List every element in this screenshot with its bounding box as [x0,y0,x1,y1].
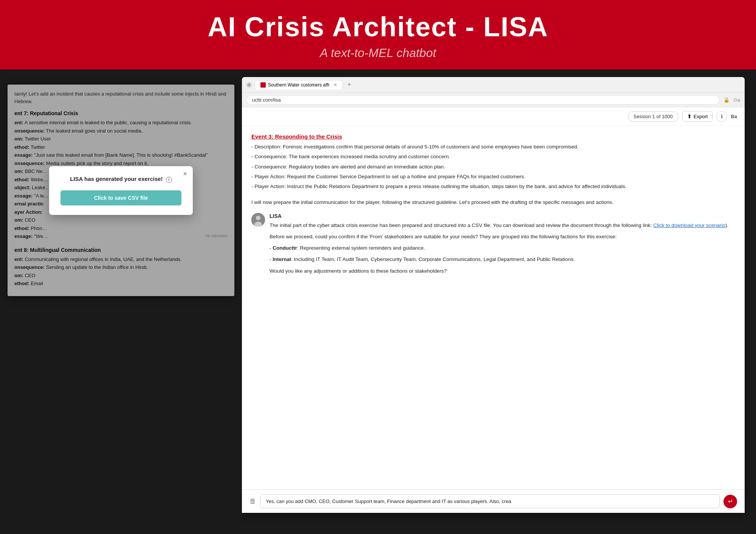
event3-line: - Consequence: The bank experiences incr… [251,153,735,161]
document-window: tainly! Let's add an incident that cause… [8,85,234,296]
browser-close-button[interactable]: ✕ [246,82,252,88]
browser-tab[interactable]: Southern Water customers affr ✕ [255,80,343,90]
session-badge: Session 1 of 1000 [628,111,679,122]
lisa-bubble: LISA The initial part of the cyber attac… [270,213,735,278]
event3-line: - Consequence: Regulatory bodies are ale… [251,163,735,171]
app-subtitle: A text-to-MEL chatbot [0,46,756,60]
ba-label: Ba [731,114,737,119]
new-tab-button[interactable]: + [346,81,353,89]
modal-close-button[interactable]: × [183,170,187,178]
header: AI Crisis Architect - LISA A text-to-MEL… [0,0,756,69]
chat-input-bar: 🗑 ↵ [242,489,745,513]
app-title: AI Crisis Architect - LISA [0,11,756,42]
save-csv-button[interactable]: Click to save CSV file [60,190,181,205]
tab-title: Southern Water customers affr [268,82,330,88]
info-icon: ℹ [721,114,723,119]
modal-dialog: × LISA has generated your exercise! i Cl… [49,166,193,215]
lisa-para: Before we proceed, could you confirm if … [270,233,735,241]
browser-chrome: ✕ Southern Water customers affr ✕ + [242,77,745,93]
lisa-message: LISA The initial part of the cyber attac… [251,213,735,278]
lisa-avatar [251,213,265,227]
info-button[interactable]: ℹ [716,111,727,122]
export-icon: ⬆ [687,113,692,119]
svg-point-1 [256,216,260,220]
chat-toolbar: Session 1 of 1000 ⬆ Export ℹ Ba [242,107,745,126]
address-security-icon: 🔒 [723,97,730,103]
lisa-para: - Internal: Including IT Team, IT Audit … [270,255,735,264]
browser-address-bar: 🔒 ⊙a [242,93,745,107]
lisa-sender-name: LISA [270,213,735,219]
left-panel: tainly! Let's add an incident that cause… [0,69,242,520]
address-extra: ⊙a [733,97,740,103]
delete-icon[interactable]: 🗑 [249,497,256,505]
chat-input[interactable] [260,494,720,508]
main-area: tainly! Let's add an incident that cause… [0,69,756,520]
event3-line: - Description: Forensic investigations c… [251,143,735,151]
send-button[interactable]: ↵ [723,495,737,508]
modal-overlay: × LISA has generated your exercise! i Cl… [8,85,234,296]
browser-window: ✕ Southern Water customers affr ✕ + 🔒 ⊙a… [242,77,745,513]
right-panel: ✕ Southern Water customers affr ✕ + 🔒 ⊙a… [242,69,756,520]
address-input[interactable] [246,95,720,105]
chat-messages: Event 3: Responding to the Crisis - Desc… [242,126,745,489]
event3-line: - Player Action: Instruct the Public Rel… [251,182,735,191]
tab-close-button[interactable]: ✕ [333,82,337,88]
tab-favicon [260,82,266,88]
download-link[interactable]: Click to download your scenario [653,222,725,228]
event3-block: Event 3: Responding to the Crisis - Desc… [251,133,735,191]
event3-title: Event 3: Responding to the Crisis [251,133,735,140]
send-icon: ↵ [728,498,733,505]
export-label: Export [694,114,708,119]
event3-line: - Player Action: Request the Customer Se… [251,173,735,181]
export-button[interactable]: ⬆ Export [682,111,713,122]
narrative-text: I will now prepare the initial communica… [251,198,735,207]
modal-title: LISA has generated your exercise! i [60,176,181,183]
event3-body: - Description: Forensic investigations c… [251,143,735,191]
modal-info-icon: i [166,177,172,183]
lisa-para: The initial part of the cyber attack cri… [270,221,735,230]
lisa-text-content: The initial part of the cyber attack cri… [270,221,735,275]
lisa-para: - Conducttr: Representing external syste… [270,244,735,252]
lisa-para: Would you like any adjustments or additi… [270,267,735,275]
